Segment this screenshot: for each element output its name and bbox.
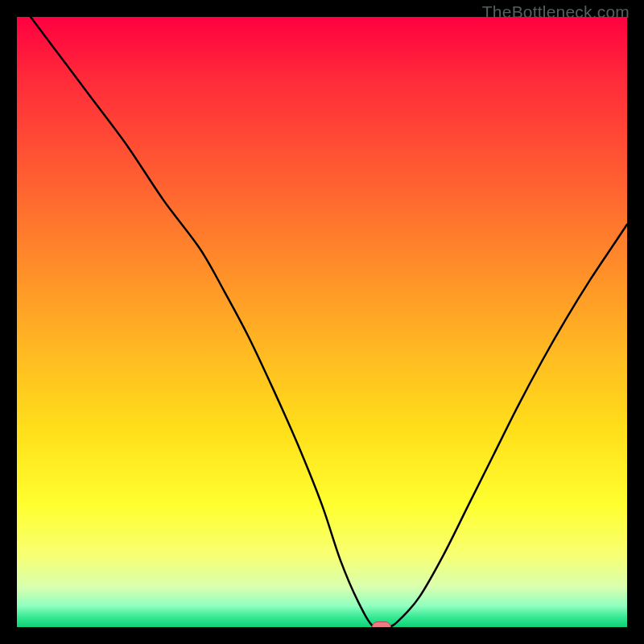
bottleneck-chart xyxy=(17,17,627,627)
gradient-background xyxy=(17,17,627,627)
chart-container: TheBottleneck.com xyxy=(0,0,644,644)
optimal-marker xyxy=(372,622,390,628)
plot-area xyxy=(17,17,627,627)
